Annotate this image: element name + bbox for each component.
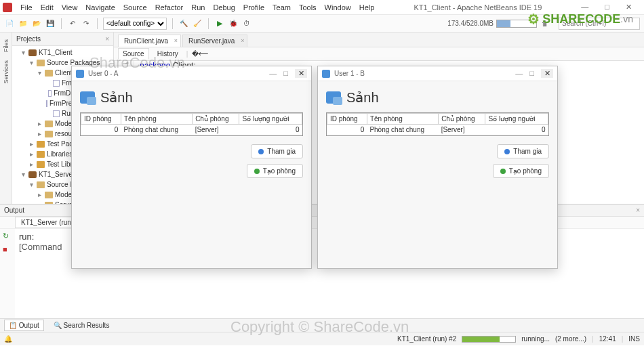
add-icon [500,169,506,174]
col-name[interactable]: Tên phòng [367,114,438,125]
menu-refactor[interactable]: Refactor [151,3,188,12]
titlebar[interactable]: User 0 - A — □ ✕ [72,66,311,81]
tree-node[interactable]: ▾KT1_Client [12,47,113,58]
client-window-user0[interactable]: User 0 - A — □ ✕ Sảnh ID phòng Tên phòng… [71,66,312,269]
editor-tool-icon[interactable]: �⟵ [192,50,200,58]
sharecode-watermark-logo: ⚙ SHARECODE.vn [527,11,633,27]
profile-icon[interactable]: ⏱ [241,18,252,29]
debug-icon[interactable]: 🐞 [228,18,239,29]
table-row[interactable]: 0 Phòng chat chung [Server] 0 [81,125,302,135]
output-panel-label[interactable]: Output [4,207,24,214]
col-count[interactable]: Số lượng người [239,114,302,125]
maximize-icon[interactable]: □ [283,69,288,78]
left-side-tabs: Files Services [0,33,12,204]
progress-bar[interactable] [462,336,516,343]
add-icon [254,169,260,174]
build-icon[interactable]: 🔨 [178,18,189,29]
create-room-button[interactable]: Tạo phòng [493,164,549,178]
output-side-icons: ↻ ■ [0,229,15,318]
status-ins: INS [628,335,640,343]
open-project-icon[interactable]: 📂 [31,18,42,29]
run-icon[interactable]: ▶ [214,18,225,29]
save-all-icon[interactable]: 💾 [45,18,56,29]
editor-tabs: RunClient.java× RunServer.java× [114,33,644,47]
menu-file[interactable]: File [16,3,37,12]
join-icon [504,149,510,154]
minimize-icon[interactable]: — [269,69,277,78]
netbeans-logo-icon [3,3,12,12]
col-name[interactable]: Tên phòng [121,114,192,125]
sidetab-files[interactable]: Files [3,35,9,56]
window-title: KT1_Client - Apache NetBeans IDE 19 [378,3,577,12]
new-project-icon[interactable]: 📁 [18,18,28,29]
join-button[interactable]: Tham gia [497,144,549,158]
bottom-tabs: 📋 Output 🔍 Search Results [0,318,644,332]
close-icon[interactable]: ✕ [541,69,553,78]
titlebar[interactable]: User 1 - B — □ ✕ [318,66,557,81]
menu-source[interactable]: Source [119,3,151,12]
app-icon [76,70,84,78]
output-panel-close-icon[interactable]: × [636,207,640,214]
editor-tab-runclient[interactable]: RunClient.java× [118,35,181,47]
rerun-icon[interactable]: ↻ [3,232,12,241]
status-more[interactable]: (2 more...) [555,335,586,343]
history-tab[interactable]: History [153,49,182,59]
join-button[interactable]: Tham gia [251,144,303,158]
projects-tab[interactable]: Projects× [12,33,113,46]
col-id[interactable]: ID phòng [81,114,121,125]
gear-icon: ⚙ [527,11,540,27]
menu-profile[interactable]: Profile [239,3,268,12]
status-cursor-pos: 12:41 [599,335,616,343]
create-room-button[interactable]: Tạo phòng [247,164,303,178]
bottom-tab-search[interactable]: 🔍 Search Results [49,320,114,330]
col-owner[interactable]: Chủ phòng [439,114,485,125]
memory-label: 173.4/528.0MB [447,20,494,27]
status-running: running... [521,335,550,343]
col-owner[interactable]: Chủ phòng [193,114,239,125]
window-title: User 1 - B [334,70,365,77]
window-title: User 0 - A [88,70,118,77]
menu-debug[interactable]: Debug [209,3,239,12]
stop-icon[interactable]: ■ [3,245,12,255]
chat-icon [326,91,341,104]
config-dropdown[interactable]: <default config> [103,18,167,30]
bottom-tab-output[interactable]: 📋 Output [4,320,44,331]
status-bar: 🔔 KT1_Client (run) #2 running... (2 more… [0,332,644,345]
lobby-heading: Sảnh [346,89,379,106]
notifications-icon[interactable]: 🔔 [4,335,12,343]
app-icon [322,70,330,78]
new-file-icon[interactable]: 📄 [4,18,15,29]
menu-edit[interactable]: Edit [37,3,58,12]
table-row[interactable]: 0 Phòng chat chung [Server] 0 [327,125,548,135]
col-count[interactable]: Số lượng người [485,114,548,125]
rooms-table[interactable]: ID phòng Tên phòng Chủ phòng Số lượng ng… [80,112,303,136]
col-id[interactable]: ID phòng [327,114,367,125]
menu-help[interactable]: Help [355,3,379,12]
chat-icon [80,91,95,104]
maximize-icon[interactable]: □ [529,69,534,78]
undo-icon[interactable]: ↶ [67,18,78,29]
editor-tab-runserver[interactable]: RunServer.java× [182,35,247,47]
close-icon[interactable]: ✕ [295,69,307,78]
menu-navigate[interactable]: Navigate [81,3,119,12]
menu-view[interactable]: View [58,3,82,12]
source-tab[interactable]: Source [118,48,149,60]
sidetab-services[interactable]: Services [3,56,9,88]
status-task: KT1_Client (run) #2 [397,335,456,343]
editor-subtoolbar: Source History | �⟵ [114,47,644,61]
client-window-user1[interactable]: User 1 - B — □ ✕ Sảnh ID phòng Tên phòng… [317,66,558,269]
menu-window[interactable]: Window [321,3,355,12]
menu-team[interactable]: Team [268,3,295,12]
menu-tools[interactable]: Tools [295,3,321,12]
clean-build-icon[interactable]: 🧹 [192,18,203,29]
lobby-heading: Sảnh [100,89,133,106]
join-icon [258,149,264,154]
rooms-table[interactable]: ID phòng Tên phòng Chủ phòng Số lượng ng… [326,112,549,136]
minimize-icon[interactable]: — [515,69,523,78]
menu-run[interactable]: Run [187,3,209,12]
redo-icon[interactable]: ↷ [81,18,92,29]
close-icon[interactable]: × [174,37,178,44]
close-icon[interactable]: × [241,37,244,44]
